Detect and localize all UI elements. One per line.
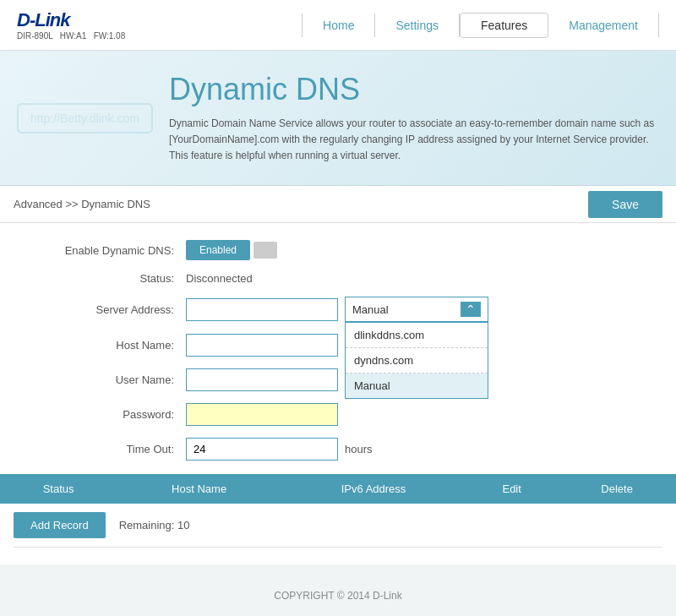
table-header-row: Status Host Name IPv6 Address Edit Delet… bbox=[0, 474, 676, 504]
status-value: Disconnected bbox=[186, 272, 253, 285]
col-edit: Edit bbox=[466, 474, 558, 504]
content-area: Enable Dynamic DNS: Enabled Status: Disc… bbox=[0, 223, 676, 564]
username-row: User Name: bbox=[0, 368, 676, 391]
timeout-input[interactable] bbox=[186, 438, 338, 461]
enable-label: Enable Dynamic DNS: bbox=[17, 244, 186, 257]
timeout-unit: hours bbox=[345, 443, 373, 455]
breadcrumb: Advanced >> Dynamic DNS bbox=[14, 198, 150, 210]
server-label: Server Address: bbox=[17, 303, 186, 316]
chevron-up-icon: ⌃ bbox=[461, 302, 481, 317]
watermark: http://Betty.dlink.com bbox=[17, 103, 153, 134]
device-info: DIR-890L HW:A1 FW:1.08 bbox=[17, 31, 125, 41]
timeout-row: Time Out: hours bbox=[0, 438, 676, 461]
hero-content: Dynamic DNS Dynamic Domain Name Service … bbox=[169, 72, 659, 165]
server-row: Server Address: Manual ⌃ dlinkddns.com d… bbox=[0, 297, 676, 322]
nav-features[interactable]: Features bbox=[460, 13, 548, 38]
hostname-label: Host Name: bbox=[17, 339, 186, 352]
header: D-Link DIR-890L HW:A1 FW:1.08 Home Setti… bbox=[0, 0, 676, 51]
col-hostname: Host Name bbox=[117, 474, 281, 504]
password-label: Password: bbox=[17, 408, 186, 421]
dropdown-selected-label: Manual bbox=[352, 303, 389, 316]
records-table: Status Host Name IPv6 Address Edit Delet… bbox=[0, 474, 676, 504]
main-nav: Home Settings Features Management bbox=[302, 13, 659, 38]
separator bbox=[14, 547, 662, 548]
nav-settings[interactable]: Settings bbox=[375, 14, 460, 37]
nav-home[interactable]: Home bbox=[302, 14, 375, 37]
username-input[interactable] bbox=[186, 368, 338, 391]
server-input[interactable] bbox=[186, 298, 338, 321]
logo-area: D-Link DIR-890L HW:A1 FW:1.08 bbox=[17, 9, 125, 41]
enable-row: Enable Dynamic DNS: Enabled bbox=[0, 240, 676, 260]
dropdown-option-dlinkddns[interactable]: dlinkddns.com bbox=[346, 323, 488, 348]
server-dropdown: Manual ⌃ dlinkddns.com dyndns.com Manual bbox=[345, 297, 488, 322]
remaining-text: Remaining: 10 bbox=[119, 519, 190, 532]
add-record-bar: Add Record Remaining: 10 bbox=[0, 504, 676, 547]
logo: D-Link bbox=[17, 9, 125, 31]
nav-management[interactable]: Management bbox=[548, 14, 659, 37]
col-ipv6: IPv6 Address bbox=[281, 474, 466, 504]
status-label: Status: bbox=[17, 272, 186, 285]
password-row: Password: bbox=[0, 403, 676, 426]
dropdown-option-manual[interactable]: Manual bbox=[346, 373, 488, 398]
username-label: User Name: bbox=[17, 373, 186, 386]
dropdown-option-dyndns[interactable]: dyndns.com bbox=[346, 348, 488, 373]
copyright: COPYRIGHT © 2014 D-Link bbox=[274, 590, 401, 602]
dropdown-menu: dlinkddns.com dyndns.com Manual bbox=[345, 322, 488, 399]
toggle-group: Enabled bbox=[186, 240, 277, 260]
status-row: Status: Disconnected bbox=[0, 272, 676, 285]
password-input[interactable] bbox=[186, 403, 338, 426]
timeout-label: Time Out: bbox=[17, 443, 186, 455]
toggle-indicator bbox=[254, 242, 277, 259]
hostname-row: Host Name: bbox=[0, 334, 676, 357]
hero-section: http://Betty.dlink.com Dynamic DNS Dynam… bbox=[0, 51, 676, 186]
col-delete: Delete bbox=[558, 474, 676, 504]
footer: COPYRIGHT © 2014 D-Link bbox=[0, 573, 676, 616]
breadcrumb-bar: Advanced >> Dynamic DNS Save bbox=[0, 186, 676, 223]
hero-description: Dynamic Domain Name Service allows your … bbox=[169, 116, 659, 165]
records-table-section: Status Host Name IPv6 Address Edit Delet… bbox=[0, 474, 676, 548]
enable-toggle-button[interactable]: Enabled bbox=[186, 240, 250, 260]
col-status: Status bbox=[0, 474, 117, 504]
page-title: Dynamic DNS bbox=[169, 72, 659, 107]
add-record-button[interactable]: Add Record bbox=[14, 512, 106, 538]
dropdown-selected[interactable]: Manual ⌃ bbox=[345, 297, 488, 322]
save-button[interactable]: Save bbox=[588, 191, 662, 218]
hostname-input[interactable] bbox=[186, 334, 338, 357]
